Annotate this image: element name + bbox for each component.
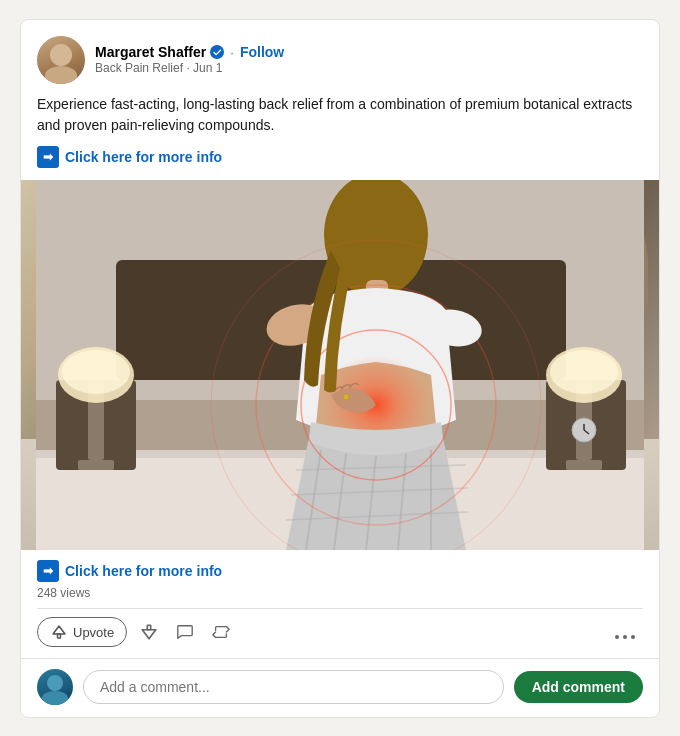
cta-link-top[interactable]: Click here for more info <box>37 146 643 168</box>
action-bar: Upvote <box>37 617 643 648</box>
svg-rect-39 <box>148 625 151 630</box>
upvote-label: Upvote <box>73 625 114 640</box>
card-bottom: Click here for more info 248 views Upvot… <box>21 550 659 658</box>
person-silhouette <box>20 180 660 550</box>
author-name: Margaret Shaffer <box>95 44 206 60</box>
svg-point-30 <box>343 394 349 400</box>
more-options-button[interactable] <box>607 617 643 648</box>
add-comment-button[interactable]: Add comment <box>514 671 643 703</box>
svg-point-15 <box>550 350 618 394</box>
svg-point-0 <box>210 45 224 59</box>
comment-bar: Add comment <box>21 658 659 717</box>
follow-button[interactable]: Follow <box>240 44 284 60</box>
downvote-button[interactable] <box>135 618 163 646</box>
comment-input-wrap <box>83 670 504 704</box>
post-body-text: Experience fast-acting, long-lasting bac… <box>37 94 643 136</box>
svg-rect-37 <box>58 634 61 638</box>
cta-link-bottom[interactable]: Click here for more info <box>37 560 643 582</box>
svg-point-40 <box>615 635 619 639</box>
upvote-icon <box>50 623 68 641</box>
commenter-avatar <box>37 669 73 705</box>
cta-label-bottom: Click here for more info <box>65 563 222 579</box>
verified-icon <box>210 45 224 59</box>
comment-input[interactable] <box>83 670 504 704</box>
views-count: 248 views <box>37 586 643 600</box>
divider <box>37 608 643 609</box>
post-image[interactable] <box>20 180 660 550</box>
arrow-icon-top <box>37 146 59 168</box>
dot-separator: · <box>230 45 234 60</box>
post-card: Margaret Shaffer · Follow Back Pain Reli… <box>20 19 660 718</box>
svg-rect-12 <box>566 460 602 470</box>
upvote-button[interactable]: Upvote <box>37 617 127 647</box>
author-info: Margaret Shaffer · Follow Back Pain Reli… <box>95 44 284 75</box>
comment-button[interactable] <box>171 618 199 646</box>
svg-point-42 <box>631 635 635 639</box>
svg-point-41 <box>623 635 627 639</box>
svg-point-11 <box>62 350 130 394</box>
svg-marker-36 <box>53 626 65 634</box>
arrow-icon-bottom <box>37 560 59 582</box>
author-subtitle: Back Pain Relief · Jun 1 <box>95 61 284 75</box>
svg-marker-38 <box>142 630 156 639</box>
svg-rect-8 <box>78 460 114 470</box>
author-avatar[interactable] <box>37 36 85 84</box>
actions-left: Upvote <box>37 617 235 647</box>
post-header: Margaret Shaffer · Follow Back Pain Reli… <box>37 36 643 84</box>
repost-button[interactable] <box>207 618 235 646</box>
cta-label-top: Click here for more info <box>65 149 222 165</box>
